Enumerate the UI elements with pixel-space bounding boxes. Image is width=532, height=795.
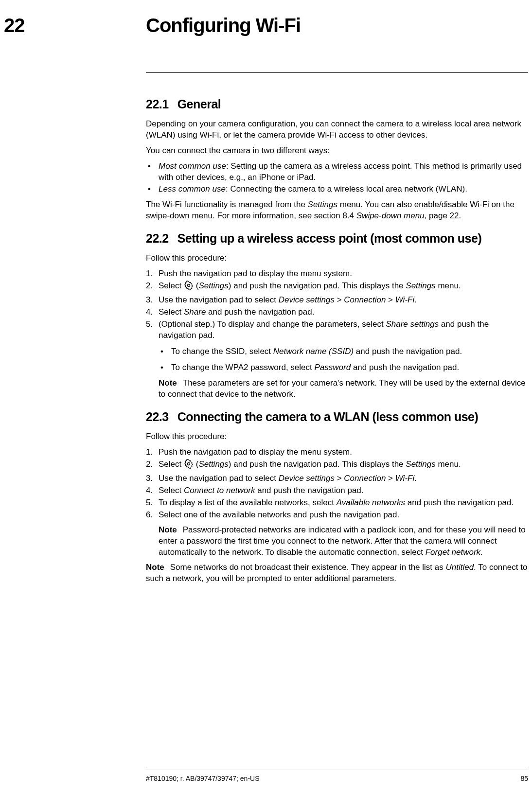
section-title: General [177,97,221,111]
list-item: Push the navigation pad to display the m… [146,447,528,458]
divider [146,72,528,73]
emphasis: Connection [344,474,386,483]
emphasis: Available networks [337,498,405,507]
emphasis: Connect to network [184,486,255,495]
list-item: Most common use: Setting up the camera a… [146,161,528,183]
chapter-number: 22 [0,12,146,38]
emphasis: Settings [406,281,435,290]
list-item: Less common use: Connecting the camera t… [146,184,528,195]
emphasis: Untitled [445,563,474,572]
list-item: To change the SSID, select Network name … [159,346,528,357]
svg-point-0 [187,284,190,286]
gear-icon [184,459,194,472]
list-item: Select (Settings) and push the navigatio… [146,459,528,472]
body-text: These parameters are set for your camera… [159,378,526,399]
body-text: Follow this procedure: [146,253,528,264]
emphasis: Settings [198,281,228,290]
list-item: To display a list of the available netwo… [146,497,528,509]
section-number: 22.1 [146,97,169,111]
list-item: To change the WPA2 password, select Pass… [159,362,528,373]
numbered-list: Push the navigation pad to display the m… [146,447,528,558]
emphasis: Password [315,363,351,372]
list-item: Push the navigation pad to display the m… [146,268,528,280]
emphasis: Network name (SSID) [273,347,354,356]
emphasis: Share settings [386,319,439,329]
note: NoteSome networks do not broadcast their… [146,562,528,584]
emphasis: Device settings [279,474,335,483]
emphasis: Most common use [159,161,226,171]
emphasis: Connection [344,295,386,304]
svg-point-1 [187,462,190,465]
emphasis: Settings [308,200,337,209]
chapter-header: 22 Configuring Wi-Fi [0,12,532,38]
footer-left-text: #T810190; r. AB/39747/39747; en-US [146,774,260,783]
section-title: Setting up a wireless access point (most… [177,231,482,245]
list-item: Select Connect to network and push the n… [146,485,528,496]
note-label: Note [159,525,177,534]
emphasis: Settings [406,459,435,469]
page-number: 85 [520,774,528,783]
emphasis: Forget network [426,548,480,557]
gear-icon [184,281,194,294]
section-number: 22.3 [146,410,169,424]
list-item: Use the navigation pad to select Device … [146,473,528,484]
emphasis: Swipe-down menu [356,211,425,220]
body-text: The Wi-Fi functionality is managed from … [146,199,528,222]
list-item: Select (Settings) and push the navigatio… [146,281,528,294]
section-heading-22-1: 22.1General [146,96,528,113]
body-text: Follow this procedure: [146,431,528,442]
note: NoteThese parameters are set for your ca… [159,378,528,400]
emphasis: Less common use [159,184,226,194]
emphasis: Device settings [279,295,335,304]
footer-divider [146,770,528,770]
sub-bullet-list: To change the SSID, select Network name … [159,346,528,373]
page-footer: #T810190; r. AB/39747/39747; en-US 85 [146,770,528,783]
note-label: Note [146,563,164,572]
list-item: Use the navigation pad to select Device … [146,295,528,306]
list-item: Select one of the available networks and… [146,510,528,558]
chapter-title: Configuring Wi-Fi [146,12,301,38]
section-heading-22-2: 22.2Setting up a wireless access point (… [146,230,528,247]
body-text: : Connecting the camera to a wireless lo… [226,184,467,194]
list-item: (Optional step.) To display and change t… [146,319,528,401]
emphasis: Settings [198,459,228,469]
bullet-list: Most common use: Setting up the camera a… [146,161,528,195]
emphasis: Wi-Fi [395,295,415,304]
list-item: Select Share and push the navigation pad… [146,307,528,318]
section-title: Connecting the camera to a WLAN (less co… [177,410,479,424]
emphasis: Wi-Fi [395,474,415,483]
section-number: 22.2 [146,231,169,245]
emphasis: Share [184,307,206,317]
body-text: Some networks do not broadcast their exi… [170,563,446,572]
section-heading-22-3: 22.3Connecting the camera to a WLAN (les… [146,409,528,425]
body-text: Depending on your camera configuration, … [146,119,528,141]
note-label: Note [159,378,177,388]
numbered-list: Push the navigation pad to display the m… [146,268,528,400]
body-text: You can connect the camera in two differ… [146,145,528,157]
note: NotePassword-protected networks are indi… [159,525,528,558]
